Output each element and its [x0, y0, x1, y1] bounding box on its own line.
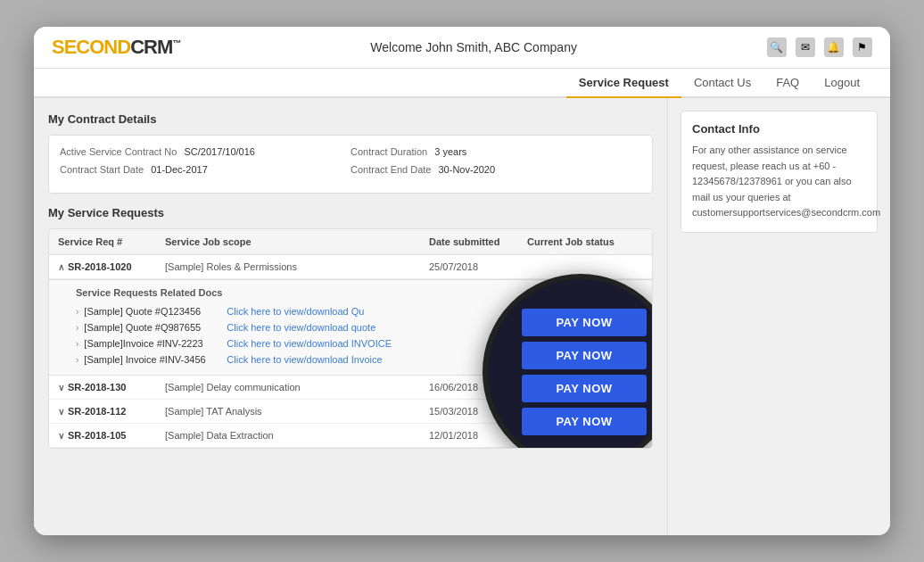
sr-col-status: Current Job status [527, 236, 643, 247]
sr-col-req: Service Req # [58, 236, 165, 247]
header: SECONDCRM™ Welcome John Smith, ABC Compa… [34, 27, 890, 69]
doc-name: [Sample] Quote #Q123456 [84, 306, 227, 317]
nav-contact-us[interactable]: Contact Us [681, 69, 763, 98]
sr-req-id: ∨ SR-2018-105 [58, 430, 165, 441]
sr-req-id: ∨ SR-2018-130 [58, 382, 165, 393]
right-panel: Contact Info For any other assistance on… [667, 98, 890, 535]
contract-value-2: 3 years [434, 146, 466, 157]
contract-row-1: Active Service Contract No SC/2017/10/01… [60, 146, 641, 157]
sr-id-text: SR-2018-1020 [68, 261, 132, 272]
welcome-text: Welcome John Smith, ABC Company [370, 40, 577, 54]
left-panel: My Contract Details Active Service Contr… [34, 98, 667, 535]
logo-tm: ™ [172, 38, 180, 48]
nav-bar: Service Request Contact Us FAQ Logout [34, 69, 890, 98]
pay-now-button-1[interactable]: PAY NOW [522, 309, 647, 336]
contract-cell-4: Contract End Date 30-Nov-2020 [351, 164, 641, 175]
contact-info-box: Contact Info For any other assistance on… [681, 111, 878, 233]
main-content: My Contract Details Active Service Contr… [34, 98, 890, 535]
collapse-icon: ∧ [58, 262, 64, 272]
contract-value-1: SC/2017/10/016 [184, 146, 255, 157]
expand-icon: ∨ [58, 383, 64, 393]
contract-row-2: Contract Start Date 01-Dec-2017 Contract… [60, 164, 641, 175]
contract-label-3: Contract Start Date [60, 164, 144, 175]
chevron-right-icon: › [76, 339, 78, 349]
mail-icon[interactable]: ✉ [796, 37, 815, 57]
sr-scope-text: [Sample] Delay communication [165, 382, 429, 393]
sr-table-header: Service Req # Service Job scope Date sub… [49, 229, 652, 255]
browser-frame: SECONDCRM™ Welcome John Smith, ABC Compa… [34, 27, 890, 535]
sr-scope-text: [Sample] Roles & Permissions [165, 261, 429, 272]
sr-req-id: ∨ SR-2018-112 [58, 406, 165, 417]
nav-logout[interactable]: Logout [812, 69, 872, 98]
service-requests-box: Service Req # Service Job scope Date sub… [48, 228, 653, 449]
chevron-right-icon: › [76, 355, 78, 365]
contract-box: Active Service Contract No SC/2017/10/01… [48, 135, 653, 194]
contract-cell-2: Contract Duration 3 years [351, 146, 641, 157]
sr-scope-text: [Sample] Data Extraction [165, 430, 429, 441]
header-icons: 🔍 ✉ 🔔 ⚑ [767, 37, 872, 57]
sr-id-text: SR-2018-130 [68, 382, 126, 393]
contact-info-title: Contact Info [692, 122, 866, 136]
contract-cell-3: Contract Start Date 01-Dec-2017 [60, 164, 351, 175]
sr-req-id: ∧ SR-2018-1020 [58, 261, 165, 272]
sr-id-text: SR-2018-112 [68, 406, 126, 417]
logo-second: SECOND [52, 36, 130, 58]
chevron-right-icon: › [76, 323, 78, 333]
doc-name: [Sample]Invoice #INV-2223 [84, 338, 227, 349]
search-icon[interactable]: 🔍 [767, 37, 787, 57]
contract-value-3: 01-Dec-2017 [151, 164, 208, 175]
sr-section-title: My Service Requests [48, 206, 653, 219]
sr-id-text: SR-2018-105 [68, 430, 126, 441]
chevron-right-icon: › [76, 307, 78, 317]
doc-name: [Sample] Quote #Q987655 [84, 322, 227, 333]
contract-label-4: Contract End Date [351, 164, 432, 175]
contract-value-4: 30-Nov-2020 [439, 164, 496, 175]
pay-now-button-4[interactable]: PAY NOW [522, 408, 647, 435]
sr-col-scope: Service Job scope [165, 236, 429, 247]
pay-now-button-3[interactable]: PAY NOW [522, 375, 647, 402]
contact-info-text: For any other assistance on service requ… [692, 143, 866, 221]
sr-date-text: 25/07/2018 [429, 261, 527, 272]
logo-crm: CRM [130, 36, 172, 58]
expand-icon: ∨ [58, 431, 64, 441]
sr-scope-text: [Sample] TAT Analysis [165, 406, 429, 417]
sr-col-date: Date submitted [429, 236, 527, 247]
contract-section-title: My Contract Details [48, 112, 653, 126]
bell-icon[interactable]: 🔔 [824, 37, 844, 57]
nav-service-request[interactable]: Service Request [566, 69, 681, 98]
pay-now-button-2[interactable]: PAY NOW [522, 342, 647, 369]
contract-label-2: Contract Duration [351, 146, 427, 157]
nav-faq[interactable]: FAQ [763, 69, 812, 98]
contract-label-1: Active Service Contract No [60, 146, 177, 157]
flag-icon[interactable]: ⚑ [853, 37, 872, 57]
logo: SECONDCRM™ [52, 36, 180, 59]
doc-name: [Sample] Invoice #INV-3456 [84, 354, 227, 365]
expand-icon: ∨ [58, 407, 64, 417]
contract-cell-1: Active Service Contract No SC/2017/10/01… [60, 146, 351, 157]
